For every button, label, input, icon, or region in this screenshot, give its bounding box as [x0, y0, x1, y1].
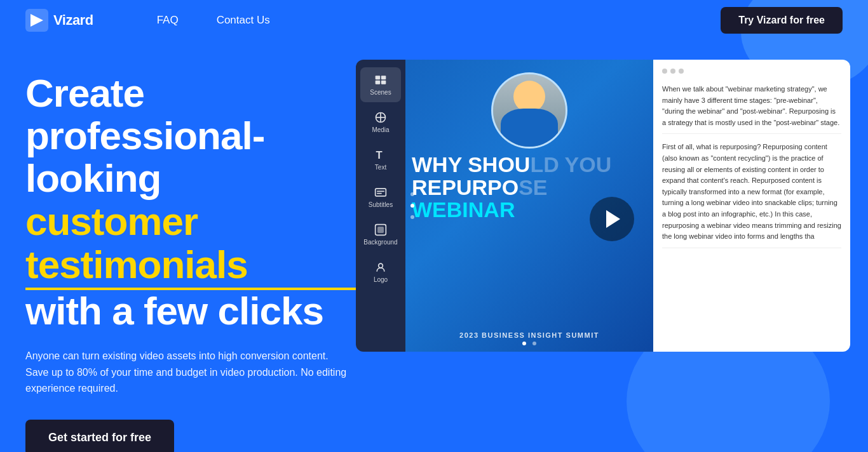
vizard-logo-icon — [25, 9, 48, 32]
video-title-repurpose: REPURPOSE — [412, 176, 647, 199]
scenes-label: Scenes — [370, 89, 391, 96]
hero-highlight: customer testimonials — [25, 200, 381, 290]
hero-title: Create professional-looking customer tes… — [25, 72, 381, 333]
dot-3 — [679, 69, 684, 74]
hero-section: Create professional-looking customer tes… — [25, 60, 381, 452]
video-bottom-label: 2023 Business Insight Summit — [405, 331, 653, 339]
subtitles-icon — [374, 186, 387, 199]
editor-video-panel: WHY SHOULD YOU REPURPOSE WEBINAR 2023 Bu… — [405, 60, 653, 352]
scenes-icon — [374, 74, 387, 86]
svg-rect-3 — [381, 76, 386, 79]
svg-rect-4 — [376, 81, 381, 84]
sidebar-item-background[interactable]: Background — [360, 217, 401, 252]
sidebar-item-media[interactable]: Media — [360, 105, 401, 140]
sidebar-item-subtitles[interactable]: Subtitles — [360, 180, 401, 215]
scroll-indicator-bottom — [522, 342, 536, 345]
scroll-dot-b1 — [522, 342, 526, 345]
hero-line2: professional-looking — [25, 114, 264, 200]
main-content: Create professional-looking customer tes… — [0, 41, 868, 452]
svg-rect-2 — [376, 76, 381, 79]
text-para-1: When we talk about "webinar marketing st… — [662, 84, 841, 134]
nav-cta-button[interactable]: Try Vizard for free — [721, 7, 843, 34]
subtitles-label: Subtitles — [369, 201, 393, 208]
svg-text:T: T — [376, 149, 383, 161]
nav-links: FAQ Contact Us — [157, 14, 270, 27]
svg-rect-5 — [381, 81, 386, 84]
text-para-2: First of all, what is repurposing? Repur… — [662, 142, 841, 248]
logo[interactable]: Vizard — [25, 9, 93, 32]
navbar: Vizard FAQ Contact Us Try Vizard for fre… — [0, 0, 868, 41]
editor-mockup: Scenes Media T Text Subtitles Background — [356, 60, 850, 352]
background-label: Background — [363, 239, 397, 246]
sidebar-item-text[interactable]: T Text — [360, 142, 401, 177]
text-icon: T — [374, 149, 387, 161]
play-icon — [606, 210, 620, 228]
editor-sidebar: Scenes Media T Text Subtitles Background — [356, 60, 405, 352]
sidebar-item-logo[interactable]: Logo — [360, 255, 401, 289]
background-icon — [374, 223, 387, 236]
hero-line3: with a few clicks — [25, 289, 323, 333]
logo-sidebar-label: Logo — [374, 276, 388, 283]
media-icon — [374, 111, 387, 124]
video-bg: WHY SHOULD YOU REPURPOSE WEBINAR 2023 Bu… — [405, 60, 653, 352]
logo-icon — [374, 261, 387, 274]
scroll-dot-3 — [410, 215, 414, 219]
scroll-dot-b2 — [532, 342, 536, 345]
hero-subtitle: Anyone can turn existing video assets in… — [25, 348, 349, 397]
scroll-dot-2 — [410, 204, 414, 208]
dot-1 — [662, 69, 667, 74]
text-label: Text — [375, 164, 386, 171]
nav-contact[interactable]: Contact Us — [217, 14, 270, 27]
video-title-why: WHY SHOULD YOU — [412, 154, 647, 176]
svg-rect-10 — [376, 189, 386, 196]
nav-faq[interactable]: FAQ — [157, 14, 179, 27]
avatar — [491, 72, 567, 149]
hero-line1: Create — [25, 71, 144, 115]
media-label: Media — [372, 126, 389, 133]
svg-point-15 — [379, 263, 383, 268]
logo-text: Vizard — [53, 12, 93, 29]
scroll-indicator-left — [410, 192, 414, 219]
hero-cta-button[interactable]: Get started for free — [25, 420, 174, 452]
play-button[interactable] — [590, 197, 634, 241]
text-panel-header — [662, 69, 841, 74]
sidebar-item-scenes[interactable]: Scenes — [360, 67, 401, 102]
editor-text-panel: When we talk about "webinar marketing st… — [653, 60, 850, 352]
scroll-dot-1 — [410, 192, 414, 196]
dot-2 — [670, 69, 675, 74]
svg-rect-14 — [377, 227, 384, 233]
